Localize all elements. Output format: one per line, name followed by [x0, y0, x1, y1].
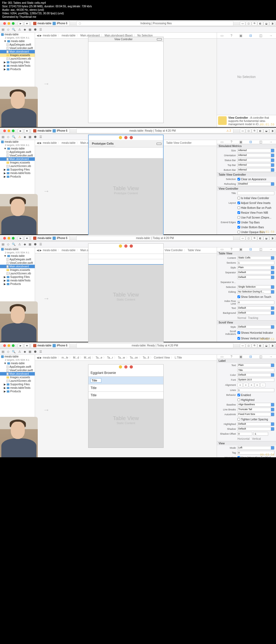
project-nav-icon[interactable]: ▤: [2, 28, 4, 31]
style-select[interactable]: Plain: [237, 266, 274, 270]
text-color-select[interactable]: Default: [237, 373, 274, 377]
hide-bottom-checkbox[interactable]: [237, 206, 240, 209]
scheme-selector[interactable]: meals-tableiPhone 6: [31, 128, 70, 133]
table-view-static-scene[interactable]: Eggplant Brownie Title Title Table ViewS…: [88, 364, 164, 448]
ib-first-responder-icon[interactable]: [124, 136, 127, 139]
symbol-nav-icon[interactable]: ◇: [7, 28, 9, 31]
file-storyboard-selected[interactable]: Main.storyboard: [0, 50, 35, 53]
panel-right-button[interactable]: ◨: [270, 21, 275, 26]
shadow-h-input[interactable]: [237, 432, 252, 436]
enabled-checkbox[interactable]: [237, 394, 240, 396]
table-view-scene[interactable]: Table ViewStatic Content: [88, 243, 164, 346]
panel-bottom-button[interactable]: ⬓: [264, 21, 269, 26]
linebreak-select[interactable]: Truncate Tail: [237, 408, 274, 411]
stop-button[interactable]: ■: [24, 129, 30, 133]
connections-inspector-tab[interactable]: →: [269, 34, 272, 38]
size-select[interactable]: Inferred: [237, 149, 274, 152]
sections-input[interactable]: [237, 261, 274, 265]
align-left-button[interactable]: ≡: [237, 383, 243, 387]
align-justify-button[interactable]: ≡: [254, 383, 260, 387]
report-nav-icon[interactable]: ☰: [39, 28, 42, 31]
minimize-icon[interactable]: [8, 22, 10, 25]
cell-title-input[interactable]: [91, 378, 101, 383]
adjust-insets-checkbox[interactable]: [237, 202, 240, 204]
initial-vc-checkbox[interactable]: [237, 197, 240, 199]
refreshing-select[interactable]: Disabled: [237, 182, 274, 186]
ui-enabled-checkbox[interactable]: [237, 456, 240, 457]
sv-style-select[interactable]: Default: [237, 325, 274, 329]
content-select[interactable]: Static Cells: [237, 256, 274, 260]
editor-assistant-button[interactable]: ◫: [246, 21, 251, 26]
size-inspector-tab[interactable]: ◫: [259, 34, 262, 38]
ib-exit-icon[interactable]: [130, 136, 133, 139]
label-text-input[interactable]: [237, 368, 274, 372]
mode-select[interactable]: Left: [237, 446, 274, 450]
window-controls[interactable]: [1, 21, 17, 26]
file-appdelegate[interactable]: AppDelegate.swift: [0, 43, 35, 46]
align-right-button[interactable]: ≡: [249, 383, 254, 387]
separator-color-select[interactable]: Default: [237, 275, 274, 279]
find-nav-icon[interactable]: 🔍: [12, 28, 16, 31]
identity-inspector-tab[interactable]: ▣: [239, 34, 242, 38]
project-root[interactable]: meals-table: [0, 33, 35, 36]
bg-color-select[interactable]: Default: [237, 311, 274, 315]
text-mode-select[interactable]: Plain: [237, 363, 274, 367]
separator-select[interactable]: Default: [237, 271, 274, 274]
resize-nib-checkbox[interactable]: [237, 211, 240, 214]
folder-item[interactable]: ▼meals-table: [0, 39, 35, 43]
table-cell-3[interactable]: Title: [88, 384, 163, 392]
highlighted-color-select[interactable]: Default: [237, 422, 274, 426]
table-view-controller-scene[interactable]: Prototype Cells Table ViewPrototype Cont…: [88, 135, 164, 240]
text-color-select[interactable]: Default: [237, 306, 274, 310]
index-row-input[interactable]: [237, 301, 274, 304]
under-top-checkbox[interactable]: [237, 221, 240, 224]
breakpoint-nav-icon[interactable]: ⬢: [34, 28, 37, 31]
clear-appearance-checkbox[interactable]: [237, 178, 240, 180]
table-cell-1[interactable]: Eggplant Brownie: [88, 369, 163, 377]
editor-standard-button[interactable]: ▭: [240, 21, 245, 26]
show-touch-checkbox[interactable]: [237, 295, 240, 298]
highlighted-checkbox[interactable]: [237, 398, 240, 401]
stop-button[interactable]: ■: [24, 21, 30, 26]
shows-h-checkbox[interactable]: [237, 331, 240, 334]
scheme-selector[interactable]: meals-table iPhone 6: [31, 21, 70, 26]
folder-supporting[interactable]: ▶Supporting Files: [0, 60, 35, 64]
file-images[interactable]: Images.xcassets: [0, 53, 35, 57]
close-icon[interactable]: [3, 22, 6, 25]
autoshrink-select[interactable]: Fixed Font Size: [237, 413, 274, 416]
bottombar-select[interactable]: Inferred: [237, 168, 274, 172]
view-controller-scene[interactable]: View Controller: [88, 37, 164, 123]
align-natural-button[interactable]: −: [260, 383, 265, 387]
tighten-checkbox[interactable]: [237, 418, 240, 421]
shows-v-checkbox[interactable]: [237, 337, 240, 340]
folder-products[interactable]: ▶Products: [0, 67, 35, 71]
under-opaque-checkbox[interactable]: [237, 231, 240, 233]
attributes-inspector-tab[interactable]: ⊟: [249, 34, 252, 38]
window-controls[interactable]: [1, 128, 17, 133]
file-launch[interactable]: LaunchScreen.xib: [0, 57, 35, 60]
canvas-area[interactable]: ◀ ▶ meals-table〉 meals-table〉 Main.story…: [35, 33, 217, 127]
file-viewcontroller[interactable]: ViewController.swift: [0, 46, 35, 50]
selection-select[interactable]: Single Selection: [237, 285, 274, 289]
align-center-button[interactable]: ≡: [243, 383, 249, 387]
table-cell-4[interactable]: Title: [88, 392, 163, 399]
editing-select[interactable]: No Selection During E...: [237, 290, 274, 294]
file-inspector-tab[interactable]: ▭: [220, 34, 223, 38]
orientation-select[interactable]: Inferred: [237, 154, 274, 157]
issue-nav-icon[interactable]: ⚠: [18, 28, 21, 31]
zoom-icon[interactable]: [12, 22, 15, 25]
debug-nav-icon[interactable]: ▦: [29, 28, 31, 31]
folder-tests[interactable]: ▶meals-tableTests: [0, 64, 35, 67]
help-inspector-tab[interactable]: ?: [230, 34, 232, 38]
font-select[interactable]: System 16.0: [237, 378, 274, 382]
under-bottom-checkbox[interactable]: [237, 226, 240, 229]
run-button[interactable]: ▶: [18, 21, 23, 26]
ib-file-owner-icon[interactable]: [119, 136, 122, 139]
topbar-select[interactable]: Inferred: [237, 163, 274, 167]
shadow-v-input[interactable]: [253, 432, 268, 436]
test-nav-icon[interactable]: ◆: [24, 28, 26, 31]
table-cell-2-editing[interactable]: [88, 377, 163, 384]
panel-left-button[interactable]: ◧: [258, 21, 263, 26]
fullscreen-checkbox[interactable]: [237, 216, 240, 219]
baseline-select[interactable]: Align Baselines: [237, 403, 274, 407]
